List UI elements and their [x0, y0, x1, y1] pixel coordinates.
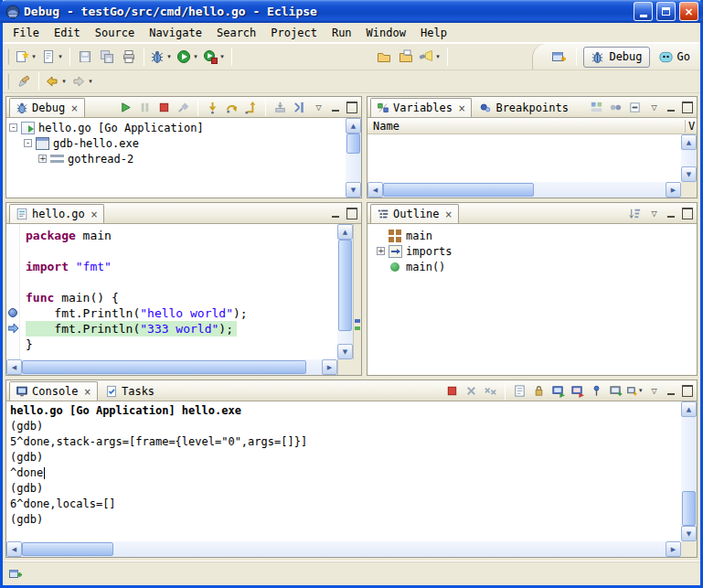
view-menu-icon[interactable]: ▽: [645, 99, 663, 115]
close-view-icon[interactable]: ×: [69, 103, 78, 113]
perspective-button-debug[interactable]: Debug: [583, 47, 649, 68]
dropdown-arrow-icon[interactable]: ▾: [192, 53, 199, 60]
minimize-view-button[interactable]: [665, 384, 678, 397]
menu-window[interactable]: Window: [359, 25, 413, 41]
window-minimize-button[interactable]: [634, 2, 653, 21]
step-return-button[interactable]: [242, 99, 260, 115]
dropdown-arrow-icon[interactable]: ▾: [637, 387, 644, 394]
scroll-up-icon[interactable]: ▲: [681, 401, 697, 417]
dropdown-arrow-icon[interactable]: ▾: [165, 53, 173, 60]
view-menu-icon[interactable]: ▽: [645, 205, 663, 221]
code-line[interactable]: [26, 274, 336, 290]
forward-button[interactable]: ▾: [69, 70, 96, 92]
annotation-ruler[interactable]: [6, 224, 20, 359]
show-logical-structures-button[interactable]: [607, 99, 624, 115]
editor-vertical-scrollbar[interactable]: ▲ ▼: [337, 224, 353, 359]
menu-help[interactable]: Help: [413, 25, 454, 41]
scrollbar-thumb[interactable]: [383, 183, 534, 197]
maximize-view-button[interactable]: [680, 207, 694, 219]
variables-vertical-scrollbar[interactable]: ▲ ▼: [681, 134, 697, 182]
scrollbar-thumb[interactable]: [338, 240, 352, 331]
scroll-right-icon[interactable]: ▶: [666, 541, 681, 557]
fast-view-icon[interactable]: [8, 566, 23, 581]
menu-edit[interactable]: Edit: [47, 25, 88, 41]
disconnect-button[interactable]: [175, 99, 192, 115]
editor-tab-hello-go[interactable]: hello.go ×: [9, 204, 104, 223]
display-selected-console-button[interactable]: [607, 382, 624, 399]
window-close-button[interactable]: ×: [679, 2, 698, 21]
tree-expander-icon[interactable]: +: [377, 247, 385, 255]
pin-console-button[interactable]: [588, 382, 605, 399]
code-line[interactable]: }: [26, 337, 336, 352]
scroll-right-icon[interactable]: ▶: [666, 182, 681, 198]
save-button[interactable]: [74, 46, 96, 68]
tree-expander-icon[interactable]: -: [9, 123, 17, 132]
run-button[interactable]: ▾: [175, 46, 201, 68]
window-maximize-button[interactable]: [656, 2, 676, 21]
overview-current-line-mark[interactable]: [355, 326, 360, 330]
code-line[interactable]: package main: [26, 228, 336, 243]
sort-button[interactable]: [626, 205, 644, 221]
scroll-left-icon[interactable]: ◀: [367, 182, 383, 198]
search-button[interactable]: ▾: [417, 46, 443, 68]
remove-all-launches-button[interactable]: [482, 382, 499, 399]
debug-tree-item[interactable]: -hello.go [Go Application]: [6, 120, 346, 135]
menu-source[interactable]: Source: [88, 25, 142, 41]
outline-tree[interactable]: main+importsmain(): [367, 224, 697, 274]
perspective-button-go[interactable]: Go: [653, 47, 697, 68]
print-button[interactable]: [118, 46, 140, 68]
scrollbar-thumb[interactable]: [682, 491, 696, 526]
suspend-button[interactable]: [136, 99, 154, 115]
scroll-down-icon[interactable]: ▼: [681, 526, 697, 541]
dropdown-arrow-icon[interactable]: ▾: [30, 53, 37, 60]
tab-console[interactable]: Console ×: [9, 381, 98, 401]
tab-variables[interactable]: Variables ×: [370, 98, 472, 117]
open-folder-button[interactable]: [373, 46, 395, 68]
variables-table[interactable]: [367, 134, 681, 182]
console-vertical-scrollbar[interactable]: ▲ ▼: [681, 401, 697, 541]
terminate-button[interactable]: [443, 382, 461, 399]
collapse-all-button[interactable]: [626, 99, 644, 115]
instruction-pointer-icon[interactable]: [8, 324, 19, 333]
dropdown-arrow-icon[interactable]: ▾: [57, 53, 64, 60]
maximize-view-button[interactable]: [680, 101, 694, 113]
tab-outline[interactable]: Outline ×: [370, 204, 459, 223]
outline-item[interactable]: main(): [377, 259, 697, 274]
toolbar-grip[interactable]: [6, 73, 9, 90]
outline-item[interactable]: +imports: [377, 243, 697, 259]
scroll-down-icon[interactable]: ▼: [337, 344, 353, 359]
dropdown-arrow-icon[interactable]: ▾: [60, 78, 68, 85]
code-line[interactable]: fmt.Println("333 world");: [26, 321, 336, 337]
show-type-names-button[interactable]: [588, 99, 605, 115]
debug-tree-item[interactable]: +gothread-2: [6, 151, 346, 166]
open-resource-button[interactable]: [395, 46, 417, 68]
back-button[interactable]: ▾: [43, 70, 69, 92]
close-view-icon[interactable]: ×: [443, 209, 453, 219]
show-stdout-button[interactable]: [549, 382, 567, 399]
scroll-up-icon[interactable]: ▲: [337, 224, 353, 240]
tree-expander-icon[interactable]: +: [38, 155, 47, 163]
dropdown-arrow-icon[interactable]: ▾: [87, 78, 94, 85]
minimize-view-button[interactable]: [665, 207, 678, 219]
tab-breakpoints[interactable]: Breakpoints: [473, 98, 574, 117]
step-over-button[interactable]: [223, 99, 240, 115]
minimize-view-button[interactable]: [329, 207, 343, 219]
use-step-filters-button[interactable]: [291, 99, 308, 115]
step-into-button[interactable]: [204, 99, 221, 115]
scroll-down-icon[interactable]: ▼: [346, 182, 361, 198]
console-horizontal-scrollbar[interactable]: ◀ ▶: [6, 541, 681, 557]
scroll-right-icon[interactable]: ▶: [322, 359, 337, 375]
minimize-view-button[interactable]: [329, 101, 343, 113]
tree-expander-icon[interactable]: -: [24, 139, 32, 147]
scroll-up-icon[interactable]: ▲: [346, 118, 361, 134]
variables-column-header[interactable]: Name V: [367, 118, 697, 134]
new-file-button[interactable]: ▾: [39, 46, 66, 68]
menu-search[interactable]: Search: [209, 25, 263, 41]
code-line[interactable]: [26, 243, 336, 259]
dropdown-arrow-icon[interactable]: ▾: [434, 53, 442, 60]
maximize-view-button[interactable]: [345, 207, 358, 219]
debug-tree[interactable]: -hello.go [Go Application]-gdb-hello.exe…: [6, 118, 346, 198]
minimize-view-button[interactable]: [665, 101, 678, 113]
overview-breakpoint-mark[interactable]: [355, 319, 360, 323]
titlebar[interactable]: Debug - testGo/src/cmd/hello.go - Eclips…: [0, 0, 703, 23]
